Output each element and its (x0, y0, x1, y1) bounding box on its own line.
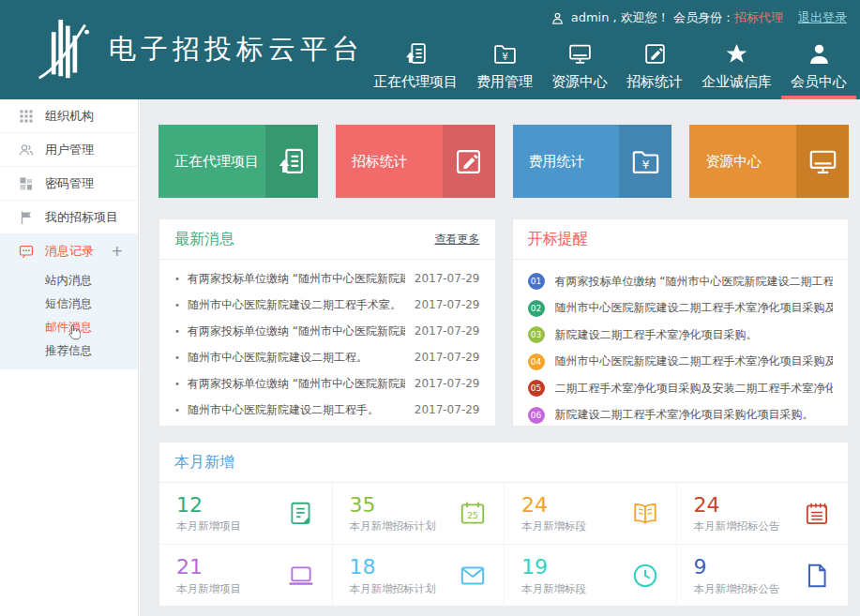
bullet-icon: • (174, 274, 180, 284)
news-date: 2017-07-29 (415, 298, 480, 311)
password-blocks-icon (19, 176, 34, 191)
reminder-text: 有两家投标单位缴纳 “随州市中心医院新院建设二期工程。 (555, 274, 834, 290)
news-item[interactable]: • 随州市中心医院新院建设二期工程手术室。 2017-07-29 (159, 292, 495, 318)
nav-item-bid-statistics[interactable]: 招标统计 (617, 41, 692, 99)
clock-icon (631, 562, 659, 590)
sidebar-item-message-records[interactable]: 消息记录 + (0, 234, 138, 268)
news-date: 2017-07-29 (415, 324, 480, 338)
reminder-item[interactable]: 04 随州市中心医院新院建设二期工程手术室净化项目采购及安装” 项目的招…… (513, 349, 849, 376)
message-bubble-icon (19, 244, 34, 259)
stat-new-bid-sections-2: 19 本月新增标段 (504, 545, 676, 607)
reminder-item[interactable]: 02 随州市中心医院新院建设二期工程手术室净化项目采购及安装” 项目的招…… (513, 295, 849, 323)
submenu-item-site-messages[interactable]: 站内消息 (0, 268, 138, 292)
nav-label: 费用管理 (476, 73, 533, 91)
app-title: 电子招投标云平台 (109, 31, 364, 68)
panel-header: 本月新增 (159, 443, 848, 483)
bullet-icon: • (174, 379, 180, 389)
header: 电子招投标云平台 admin , 欢迎您！ 会员身份： 招标代理 退出登录 正在… (0, 0, 860, 99)
open-book-icon (631, 500, 659, 528)
stat-new-bid-notices: 24 本月新增招标公告 (676, 483, 849, 545)
news-date: 2017-07-29 (415, 403, 480, 416)
pencil-note-icon (443, 125, 495, 198)
nav-item-agent-projects[interactable]: 正在代理项目 (364, 41, 467, 99)
card-resource-center[interactable]: 资源中心 (689, 125, 849, 198)
reminder-list: 01 有两家投标单位缴纳 “随州市中心医院新院建设二期工程。 02 随州市中心医… (513, 260, 849, 427)
stat-value: 9 (694, 555, 780, 578)
stat-label: 本月新增项目 (176, 519, 241, 533)
nav-item-resource-center[interactable]: 资源中心 (542, 41, 617, 99)
news-text: 有两家投标单位缴纳 “随州市中心医院新院建设…… (188, 271, 405, 287)
nav-item-member-center[interactable]: 会员中心 (781, 41, 856, 99)
card-label: 招标统计 (336, 125, 443, 198)
stat-new-bid-sections: 24 本月新增标段 (504, 483, 676, 545)
nav-item-credit-library[interactable]: 企业诚信库 (692, 41, 781, 99)
view-more-link[interactable]: 查看更多 (435, 232, 480, 248)
news-text: 随州市中心医院新院建设二期工程手术室。 (188, 297, 405, 313)
main-content: 正在代理项目 招标统计 (140, 99, 860, 616)
bullet-icon: • (174, 405, 180, 415)
submenu-item-recommend-info[interactable]: 推荐信息 (0, 338, 138, 362)
news-list: • 有两家投标单位缴纳 “随州市中心医院新院建设…… 2017-07-29 • … (159, 260, 495, 423)
panel-header: 开标提醒 (513, 219, 849, 260)
news-text: 有两家投标单位缴纳 “随州市中心医院新院建设。 (188, 376, 405, 392)
svg-text:¥: ¥ (502, 51, 508, 62)
stat-new-bid-notices-2: 9 本月新增招标公告 (676, 545, 849, 607)
news-date: 2017-07-29 (415, 272, 480, 285)
welcome-text: admin , 欢迎您！ 会员身份： (571, 9, 734, 26)
bid-stats-edit-icon (642, 41, 668, 67)
file-icon (803, 562, 831, 590)
logout-link[interactable]: 退出登录 (798, 9, 847, 26)
stat-value: 19 (521, 555, 586, 578)
reminder-text: 新院建设二期工程手术室净化项目采购化项目采购。 (555, 407, 814, 423)
stat-label: 本月新增招标公告 (694, 519, 780, 533)
nav-item-fee-management[interactable]: ¥ 费用管理 (467, 41, 542, 99)
page: 电子招投标云平台 admin , 欢迎您！ 会员身份： 招标代理 退出登录 正在… (0, 0, 860, 616)
number-badge: 04 (528, 353, 545, 370)
stat-new-bid-plans-2: 18 本月新增招标计划 (332, 545, 505, 607)
reminder-item[interactable]: 06 新院建设二期工程手术室净化项目采购化项目采购。 (513, 402, 849, 428)
sidebar-item-organization[interactable]: 组织机构 (0, 99, 138, 133)
nav-label: 会员中心 (791, 73, 847, 91)
news-item[interactable]: • 有两家投标单位缴纳 “随州市中心医院新院建设。 2017-07-29 (159, 370, 495, 397)
brand: 电子招投标云平台 (34, 0, 364, 99)
resource-monitor-icon (567, 41, 593, 67)
sidebar-item-users[interactable]: 用户管理 (0, 133, 138, 167)
header-nav: 正在代理项目 ¥ 费用管理 资源中心 (364, 41, 856, 99)
users-icon (19, 143, 34, 158)
news-item[interactable]: • 随州市中心医院新院建设二期工程手。 2017-07-29 (159, 397, 495, 423)
card-bid-statistics[interactable]: 招标统计 (336, 125, 495, 198)
news-text: 随州市中心医院新院建设二期工程手。 (188, 402, 405, 418)
sidebar-item-label: 用户管理 (45, 142, 94, 158)
monitor-icon (796, 125, 849, 198)
reminder-text: 随州市中心医院新院建设二期工程手术室净化项目采购及安装” 项目的招…… (555, 353, 834, 369)
sidebar-item-my-bid-projects[interactable]: 我的招标项目 (0, 201, 138, 234)
credit-star-icon (724, 41, 749, 67)
reminder-item[interactable]: 03 新院建设二期工程手术室净化项目采购。 (513, 322, 849, 349)
panel-title: 最新消息 (174, 230, 234, 249)
card-label: 费用统计 (513, 125, 620, 198)
news-item[interactable]: • 随州市中心医院新院建设二期工程。 2017-07-29 (159, 344, 495, 370)
number-badge: 01 (528, 273, 545, 290)
card-fee-statistics[interactable]: 费用统计 ¥ (513, 125, 672, 198)
expand-plus-icon[interactable]: + (111, 243, 127, 260)
reminder-item[interactable]: 01 有两家投标单位缴纳 “随州市中心医院新院建设二期工程。 (513, 268, 849, 295)
stat-label: 本月新增标段 (521, 519, 586, 533)
org-grid-icon (19, 109, 34, 124)
reminder-item[interactable]: 05 二期工程手术室净化项目采购及安装二期工程手术室净化项目采购及。 (513, 375, 849, 402)
news-item[interactable]: • 有两家投标单位缴纳 “随州市中心医院新院建设…… 2017-07-29 (159, 318, 495, 344)
news-item[interactable]: • 有两家投标单位缴纳 “随州市中心医院新院建设…… 2017-07-29 (159, 265, 495, 292)
shortcut-cards: 正在代理项目 招标统计 (158, 125, 849, 198)
stat-label: 本月新增招标计划 (350, 582, 436, 596)
number-badge: 06 (528, 407, 545, 424)
card-agent-projects[interactable]: 正在代理项目 (158, 125, 318, 198)
card-label: 正在代理项目 (158, 125, 265, 198)
nav-label: 企业诚信库 (702, 73, 772, 91)
stat-value: 35 (350, 493, 436, 517)
stat-value: 24 (521, 493, 586, 517)
stat-value: 18 (350, 555, 436, 578)
user-bar: admin , 欢迎您！ 会员身份： 招标代理 退出登录 (551, 9, 847, 26)
bullet-icon: • (174, 353, 180, 363)
submenu-item-sms-messages[interactable]: 短信消息 (0, 292, 138, 315)
stat-label: 本月新增招标计划 (350, 519, 436, 533)
sidebar-item-password[interactable]: 密码管理 (0, 167, 138, 201)
